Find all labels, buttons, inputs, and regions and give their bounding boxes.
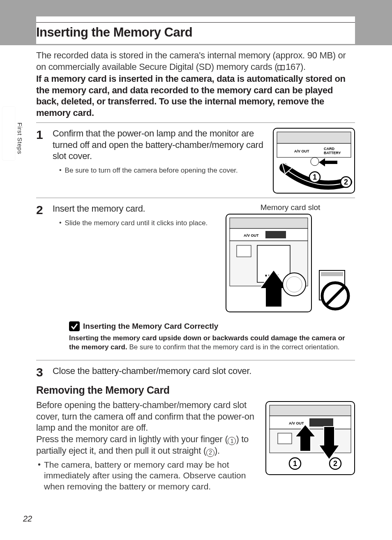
step-2-heading: Insert the memory card. xyxy=(53,203,219,215)
subsection-title: Removing the Memory Card xyxy=(36,384,355,396)
svg-text:A/V OUT: A/V OUT xyxy=(289,421,304,425)
svg-rect-35 xyxy=(278,433,292,444)
illustration-insert-card: A/V OUT ▼ LOCK xyxy=(226,214,312,312)
removing-bullet: The camera, battery or memory card may b… xyxy=(38,459,257,492)
svg-rect-2 xyxy=(277,132,351,143)
svg-rect-19 xyxy=(237,245,251,257)
svg-rect-17 xyxy=(265,231,286,238)
note-body: Inserting the memory card upside down or… xyxy=(69,334,355,352)
svg-text:2: 2 xyxy=(333,459,337,468)
svg-text:CARD: CARD xyxy=(324,147,334,151)
step-1: 1 Confirm that the power-on lamp and the… xyxy=(36,128,355,194)
illustration-open-cover: A/V OUT CARD BATTERY 1 2 xyxy=(273,128,355,194)
illustration-remove-card: A/V OUT 1 2 xyxy=(265,401,355,475)
step-2-bullet: Slide the memory card until it clicks in… xyxy=(59,219,219,228)
intro-ref: 167). xyxy=(286,62,306,72)
step-number: 2 xyxy=(36,203,46,356)
memory-card-slot-label: Memory card slot xyxy=(226,203,355,212)
svg-marker-13 xyxy=(319,158,337,166)
page-number: 22 xyxy=(23,514,32,524)
svg-text:2: 2 xyxy=(344,178,348,186)
step-3: 3 Close the battery-chamber/memory card … xyxy=(36,365,355,378)
svg-text:BATTERY: BATTERY xyxy=(324,151,341,155)
step-number: 3 xyxy=(36,365,46,378)
illustration-wrong-orientation xyxy=(316,267,355,312)
svg-rect-1 xyxy=(281,65,284,70)
svg-rect-33 xyxy=(309,418,333,427)
step-1-heading: Confirm that the power-on lamp and the m… xyxy=(53,128,266,162)
step-3-heading: Close the battery-chamber/memory card sl… xyxy=(53,365,355,377)
intro-bold: If a memory card is inserted in the came… xyxy=(36,74,346,118)
step-number: 1 xyxy=(36,128,46,194)
svg-text:1: 1 xyxy=(293,459,297,468)
svg-text:▼: ▼ xyxy=(264,274,268,278)
svg-text:A/V OUT: A/V OUT xyxy=(294,149,309,153)
svg-rect-27 xyxy=(321,272,343,276)
section-title: Inserting the Memory Card xyxy=(36,25,201,40)
svg-rect-30 xyxy=(270,405,351,416)
svg-rect-0 xyxy=(278,65,281,70)
svg-text:1: 1 xyxy=(313,173,317,181)
removing-para-2: Press the memory card in lightly with yo… xyxy=(36,434,257,457)
svg-rect-3 xyxy=(277,143,351,157)
svg-text:A/V OUT: A/V OUT xyxy=(244,233,259,238)
step-1-bullet: Be sure to turn off the camera before op… xyxy=(59,166,266,175)
svg-point-7 xyxy=(311,157,319,166)
step-2: 2 Insert the memory card. Slide the memo… xyxy=(36,203,355,356)
removing-para-1: Before opening the battery-chamber/memor… xyxy=(36,399,257,434)
book-icon xyxy=(277,64,286,71)
intro-paragraph: The recorded data is stored in the camer… xyxy=(36,50,355,72)
caution-icon xyxy=(69,321,80,331)
svg-rect-14 xyxy=(230,218,308,228)
svg-point-24 xyxy=(283,273,306,296)
note-title-text: Inserting the Memory Card Correctly xyxy=(83,322,218,331)
note-block: Inserting the Memory Card Correctly Inse… xyxy=(69,321,355,352)
